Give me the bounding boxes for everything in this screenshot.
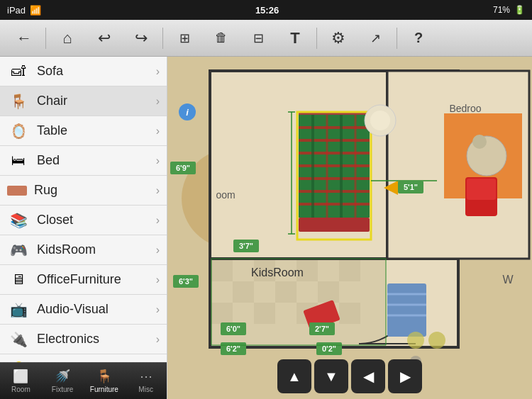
toolbar-separator-2 xyxy=(162,28,163,49)
move-up-button[interactable]: ▲ xyxy=(277,359,311,393)
electronics-chevron-icon: › xyxy=(156,333,160,346)
bed-chevron-icon: › xyxy=(156,154,160,167)
fixture-tab-label: Fixture xyxy=(52,386,74,393)
svg-point-49 xyxy=(370,111,390,130)
svg-rect-21 xyxy=(254,303,275,324)
chair-icon: 🪑 xyxy=(7,90,30,113)
room-tab-label: Room xyxy=(11,386,31,393)
floor-plan[interactable]: 6'9" 5'1" 3'7" 6'3" 6'0" 2'7" 6'2" xyxy=(167,57,532,399)
tab-misc[interactable]: ⋯ Misc xyxy=(125,363,167,399)
svg-rect-39 xyxy=(299,218,370,232)
svg-text:Bedroo: Bedroo xyxy=(449,103,481,114)
officefurniture-icon: 🖥 xyxy=(7,269,30,291)
help-button[interactable]: ? xyxy=(400,23,437,54)
electronics-label: Electronics xyxy=(37,332,156,347)
table-chevron-icon: › xyxy=(156,125,160,137)
status-bar: iPad 📶 15:26 71% 🔋 xyxy=(0,0,532,20)
undo-button[interactable]: ↩ xyxy=(86,23,123,54)
svg-rect-40 xyxy=(387,283,426,337)
toolbar-separator xyxy=(45,28,46,49)
closet-icon: 📚 xyxy=(7,209,30,232)
svg-text:6'2": 6'2" xyxy=(226,344,240,353)
officefurniture-label: OfficeFurniture xyxy=(37,272,156,287)
sidebar-item-lamp[interactable]: 💡 Lamp › xyxy=(0,354,167,362)
svg-rect-23 xyxy=(339,303,360,324)
battery-icon: 🔋 xyxy=(514,5,525,15)
chair-label: Chair xyxy=(37,94,156,108)
text-button[interactable]: T xyxy=(277,23,314,54)
svg-rect-16 xyxy=(339,260,360,281)
svg-text:5'1": 5'1" xyxy=(404,183,418,191)
sidebar-item-electronics[interactable]: 🔌 Electronics › xyxy=(0,325,167,354)
audiovisual-icon: 📺 xyxy=(7,298,30,321)
sidebar-item-table[interactable]: 🪞 Table › xyxy=(0,116,167,146)
svg-text:6'9": 6'9" xyxy=(176,164,190,172)
tab-furniture[interactable]: 🪑 Furniture xyxy=(84,363,126,399)
arrow-controls: ▲ ▼ ◀ ▶ xyxy=(277,359,422,393)
svg-rect-11 xyxy=(467,179,496,200)
toolbar-separator-3 xyxy=(316,28,317,49)
svg-point-9 xyxy=(472,135,487,149)
table-icon: 🪞 xyxy=(7,120,30,142)
svg-text:3'7": 3'7" xyxy=(239,242,253,250)
battery-label: 71% xyxy=(493,5,510,15)
closet-label: Closet xyxy=(37,213,156,227)
sidebar-item-officefurniture[interactable]: 🖥 OfficeFurniture › xyxy=(0,265,167,295)
sidebar-item-bed[interactable]: 🛏 Bed › xyxy=(0,146,167,176)
audiovisual-label: Audio-Visual xyxy=(37,302,156,317)
furniture-tab-icon: 🪑 xyxy=(96,369,112,384)
sidebar-item-rug[interactable]: Rug › xyxy=(0,176,167,206)
misc-tab-icon: ⋯ xyxy=(140,369,153,384)
wifi-icon: 📶 xyxy=(30,5,41,16)
svg-text:2'7": 2'7" xyxy=(315,325,329,333)
svg-text:W: W xyxy=(502,274,514,286)
bottom-tabs: ⬜ Room 🚿 Fixture 🪑 Furniture ⋯ Misc xyxy=(0,362,167,399)
sidebar: 🛋 Sofa › 🪑 Chair › 🪞 Table › 🛏 Bed › xyxy=(0,57,167,399)
rug-icon xyxy=(7,186,27,196)
carrier-label: iPad xyxy=(7,5,26,16)
electronics-icon: 🔌 xyxy=(7,328,30,351)
svg-rect-13 xyxy=(211,260,233,281)
move-down-button[interactable]: ▼ xyxy=(314,359,348,393)
redo-button[interactable]: ↪ xyxy=(123,23,160,54)
tab-fixture[interactable]: 🚿 Fixture xyxy=(42,363,84,399)
svg-text:oom: oom xyxy=(216,189,235,201)
sofa-label: Sofa xyxy=(37,64,156,79)
home-button[interactable]: ⌂ xyxy=(49,23,86,54)
move-left-button[interactable]: ◀ xyxy=(351,359,385,393)
sidebar-item-kidsroom[interactable]: 🎮 KidsRoom › xyxy=(0,235,167,265)
status-right: 71% 🔋 xyxy=(493,5,525,15)
officefurniture-chevron-icon: › xyxy=(156,274,160,286)
chair-chevron-icon: › xyxy=(156,95,160,108)
rug-chevron-icon: › xyxy=(156,184,160,197)
back-button[interactable]: ← xyxy=(6,23,43,54)
svg-rect-20 xyxy=(211,303,233,324)
sidebar-item-closet[interactable]: 📚 Closet › xyxy=(0,206,167,235)
share-button[interactable]: ↗ xyxy=(357,23,394,54)
table-label: Table xyxy=(37,123,156,138)
move-right-button[interactable]: ▶ xyxy=(388,359,422,393)
grid-button[interactable]: ⊞ xyxy=(166,23,203,54)
rug-label: Rug xyxy=(34,183,156,198)
toolbar-separator-4 xyxy=(397,28,397,49)
delete-button[interactable]: 🗑 xyxy=(203,23,240,54)
floor-plan-svg: 6'9" 5'1" 3'7" 6'3" 6'0" 2'7" 6'2" xyxy=(167,57,532,399)
settings-button[interactable]: ⚙ xyxy=(320,23,357,54)
bed-label: Bed xyxy=(37,153,156,168)
main-layout: 🛋 Sofa › 🪑 Chair › 🪞 Table › 🛏 Bed › xyxy=(0,57,532,399)
sidebar-item-chair[interactable]: 🪑 Chair › xyxy=(0,86,167,116)
bed-icon: 🛏 xyxy=(7,150,30,172)
sofa-chevron-icon: › xyxy=(156,65,160,78)
tab-room[interactable]: ⬜ Room xyxy=(0,363,42,399)
svg-point-46 xyxy=(428,332,445,349)
measure-button[interactable]: ⊟ xyxy=(240,23,277,54)
status-left: iPad 📶 xyxy=(7,5,41,16)
audiovisual-chevron-icon: › xyxy=(156,303,160,316)
svg-text:i: i xyxy=(186,107,189,118)
time-display: 15:26 xyxy=(255,5,279,16)
kidsroom-icon: 🎮 xyxy=(7,239,30,262)
closet-chevron-icon: › xyxy=(156,214,160,227)
svg-rect-17 xyxy=(233,281,254,303)
sidebar-item-audiovisual[interactable]: 📺 Audio-Visual › xyxy=(0,295,167,325)
sidebar-item-sofa[interactable]: 🛋 Sofa › xyxy=(0,57,167,86)
